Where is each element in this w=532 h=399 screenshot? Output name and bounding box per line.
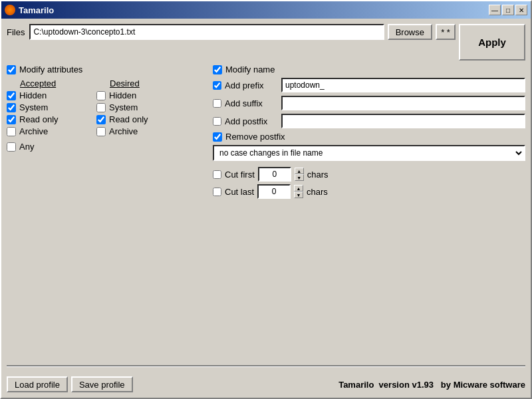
separator [7,365,525,367]
add-suffix-row: Add suffix [213,96,525,110]
content-area: Modify attributes Accepted Desired Hidde… [7,65,525,358]
add-prefix-label: Add prefix [225,80,278,90]
accepted-archive-row: Archive [7,126,93,136]
modify-attributes-label: Modify attributes [19,65,82,74]
case-select[interactable]: no case changes in file name lowercase U… [213,145,525,161]
close-button[interactable]: ✕ [515,5,527,15]
cut-first-spinner: ▲ ▼ [295,168,304,181]
desired-system-label: System [109,102,138,112]
accepted-readonly-label: Read only [19,114,59,124]
by-text: by Micware software [441,380,525,390]
files-label: Files [7,27,25,37]
window-body: Files Browse * * Apply Modify attributes… [1,19,531,398]
add-postfix-row: Add postfix [213,114,525,128]
desired-system-row: System [96,102,183,112]
remove-postfix-checkbox[interactable] [213,132,222,142]
maximize-button[interactable]: □ [502,5,514,15]
case-dropdown-row: no case changes in file name lowercase U… [213,145,525,161]
app-name: Tamarilo [338,380,374,390]
any-checkbox[interactable] [7,142,16,152]
modify-attributes-checkbox[interactable] [7,65,16,74]
title-bar: Tamarilo — □ ✕ [1,1,531,19]
desired-archive-row: Archive [96,126,183,136]
accepted-hidden-checkbox[interactable] [7,91,16,100]
cut-first-chars-label: chars [307,170,329,180]
modify-name-checkbox[interactable] [213,65,222,74]
add-postfix-input[interactable] [281,114,525,128]
accepted-system-label: System [19,102,48,112]
modify-name-row: Modify name [213,65,525,74]
any-row: Any [7,142,206,152]
accepted-archive-checkbox[interactable] [7,127,16,136]
left-panel: Modify attributes Accepted Desired Hidde… [7,65,206,358]
add-suffix-input[interactable] [281,96,525,110]
desired-hidden-checkbox[interactable] [96,91,106,100]
bottom-bar: Load profile Save profile Tamarilo versi… [7,374,525,392]
bottom-buttons: Load profile Save profile [7,376,133,392]
cut-last-row: Cut last ▲ ▼ chars [213,184,525,199]
files-path-input[interactable] [29,24,384,40]
cut-last-spinner: ▲ ▼ [294,185,303,198]
version-text: Tamarilo version v1.93 by Micware softwa… [338,380,525,390]
desired-hidden-row: Hidden [96,90,183,100]
accepted-header: Accepted [7,78,93,88]
accepted-hidden-label: Hidden [19,90,47,100]
cut-last-chars-label: chars [307,187,328,197]
add-suffix-checkbox[interactable] [213,99,221,108]
accepted-hidden-row: Hidden [7,90,93,100]
desired-header: Desired [96,78,183,88]
cut-last-down[interactable]: ▼ [294,192,303,198]
main-window: Tamarilo — □ ✕ Files Browse * * Apply [0,0,532,399]
desired-hidden-label: Hidden [109,90,136,100]
accepted-system-row: System [7,102,93,112]
add-postfix-label: Add postfix [225,116,278,126]
add-prefix-row: Add prefix [213,78,525,92]
save-profile-button[interactable]: Save profile [71,376,133,392]
version-detail: version v1.93 [379,380,434,390]
cut-first-up[interactable]: ▲ [295,168,304,174]
accepted-readonly-checkbox[interactable] [7,115,16,124]
cut-first-down[interactable]: ▼ [295,174,304,181]
cut-first-label: Cut first [225,170,255,180]
accepted-archive-label: Archive [19,126,48,136]
add-postfix-checkbox[interactable] [213,117,221,126]
cut-last-label: Cut last [225,187,254,197]
accepted-system-checkbox[interactable] [7,103,16,112]
desired-archive-label: Archive [109,126,138,136]
accepted-readonly-row: Read only [7,114,93,124]
cut-last-input[interactable] [257,184,291,199]
modify-name-label: Modify name [225,65,275,74]
files-input-row: Files Browse * * [7,24,456,40]
desired-readonly-row: Read only [96,114,183,124]
cut-last-checkbox[interactable] [213,188,221,196]
browse-button[interactable]: Browse [388,24,432,40]
remove-postfix-label: Remove postfix [225,132,285,142]
title-bar-left: Tamarilo [5,5,54,15]
desired-archive-checkbox[interactable] [96,127,106,136]
cut-section: Cut first ▲ ▼ chars Cut last ▲ [213,167,525,199]
cut-first-input[interactable] [258,167,291,182]
apply-button[interactable]: Apply [459,24,525,61]
app-icon [5,5,15,15]
desired-system-checkbox[interactable] [96,103,106,112]
attr-grid: Accepted Desired Hidden Hidden Syste [7,78,206,136]
files-left: Files Browse * * [7,24,456,61]
cut-first-row: Cut first ▲ ▼ chars [213,167,525,182]
files-section: Files Browse * * Apply [7,24,525,61]
load-profile-button[interactable]: Load profile [7,376,68,392]
minimize-button[interactable]: — [489,5,501,15]
window-title: Tamarilo [19,5,54,15]
title-buttons: — □ ✕ [489,5,527,15]
dots-button[interactable]: * * [436,24,456,40]
right-panel: Modify name Add prefix Add suffix [213,65,525,358]
add-prefix-input[interactable] [281,78,525,92]
desired-readonly-checkbox[interactable] [96,115,106,124]
remove-postfix-row: Remove postfix [213,132,525,142]
modify-attributes-row: Modify attributes [7,65,206,74]
add-prefix-checkbox[interactable] [213,81,221,90]
cut-first-checkbox[interactable] [213,170,221,179]
cut-last-up[interactable]: ▲ [294,185,303,192]
desired-readonly-label: Read only [109,114,148,124]
any-label: Any [19,142,34,152]
add-suffix-label: Add suffix [225,98,278,108]
